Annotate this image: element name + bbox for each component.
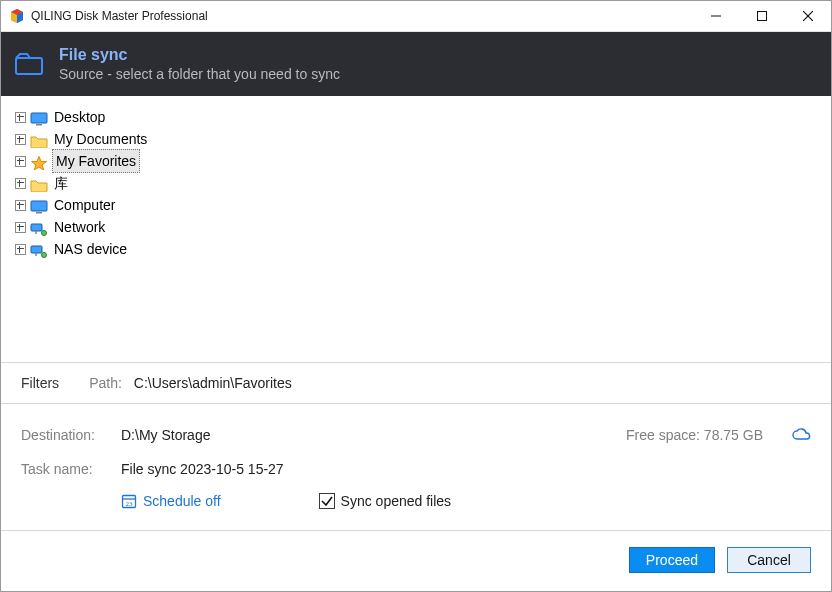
svg-point-15 — [42, 231, 47, 236]
minimize-button[interactable] — [693, 1, 739, 31]
sync-opened-label: Sync opened files — [341, 493, 452, 509]
page-header: File sync Source - select a folder that … — [1, 32, 831, 96]
svg-rect-9 — [31, 113, 47, 123]
svg-rect-13 — [36, 212, 42, 214]
tree-node--[interactable]: 库 — [15, 172, 831, 194]
proceed-button[interactable]: Proceed — [629, 547, 715, 573]
titlebar: QILING Disk Master Professional — [1, 1, 831, 32]
tree-node-label: My Documents — [52, 128, 149, 150]
path-value: C:\Users\admin\Favorites — [134, 375, 292, 391]
network-icon — [30, 220, 48, 234]
expand-icon[interactable] — [15, 200, 26, 211]
monitor-icon — [30, 110, 48, 124]
svg-rect-10 — [36, 124, 42, 126]
tree-node-label: NAS device — [52, 238, 129, 260]
sync-opened-checkbox[interactable] — [319, 493, 335, 509]
expand-icon[interactable] — [15, 112, 26, 123]
expand-icon[interactable] — [15, 178, 26, 189]
page-subtitle: Source - select a folder that you need t… — [59, 65, 340, 83]
folder-icon — [30, 176, 48, 190]
tree-node-label: Network — [52, 216, 107, 238]
cloud-storage-icon[interactable] — [791, 428, 811, 442]
filters-button[interactable]: Filters — [21, 375, 59, 391]
destination-value[interactable]: D:\My Storage — [121, 427, 210, 443]
page-title: File sync — [59, 45, 340, 65]
tree-node-computer[interactable]: Computer — [15, 194, 831, 216]
svg-rect-14 — [31, 224, 42, 231]
folder-icon — [30, 132, 48, 146]
svg-rect-17 — [31, 246, 42, 253]
star-icon — [30, 154, 48, 168]
tree-node-my-favorites[interactable]: My Favorites — [15, 150, 831, 172]
cancel-button[interactable]: Cancel — [727, 547, 811, 573]
titlebar-title: QILING Disk Master Professional — [31, 9, 208, 23]
tree-node-desktop[interactable]: Desktop — [15, 106, 831, 128]
filters-row: Filters Path: C:\Users\admin\Favorites — [1, 362, 831, 404]
tree-node-label: Desktop — [52, 106, 107, 128]
destination-block: Destination: D:\My Storage Free space: 7… — [1, 404, 831, 531]
app-window: QILING Disk Master Professional File syn… — [0, 0, 832, 592]
calendar-icon: 23 — [121, 493, 137, 509]
close-button[interactable] — [785, 1, 831, 31]
folder-tree[interactable]: DesktopMy DocumentsMy Favorites库Computer… — [1, 96, 831, 362]
tree-node-label: My Favorites — [52, 149, 140, 173]
sync-folder-icon — [15, 53, 45, 77]
svg-marker-11 — [32, 157, 47, 171]
destination-label: Destination: — [21, 427, 121, 443]
expand-icon[interactable] — [15, 156, 26, 167]
taskname-value[interactable]: File sync 2023-10-5 15-27 — [121, 461, 284, 477]
svg-text:23: 23 — [126, 500, 134, 508]
expand-icon[interactable] — [15, 244, 26, 255]
monitor-icon — [30, 198, 48, 212]
schedule-button[interactable]: Schedule off — [143, 493, 221, 509]
tree-node-label: 库 — [52, 172, 70, 194]
svg-rect-5 — [758, 12, 767, 21]
svg-rect-8 — [16, 58, 42, 74]
taskname-label: Task name: — [21, 461, 121, 477]
path-label: Path: — [89, 375, 122, 391]
footer: Proceed Cancel — [1, 531, 831, 591]
tree-node-nas-device[interactable]: NAS device — [15, 238, 831, 260]
app-icon — [9, 8, 25, 24]
svg-rect-12 — [31, 201, 47, 211]
maximize-button[interactable] — [739, 1, 785, 31]
freespace-label: Free space: 78.75 GB — [626, 427, 763, 443]
tree-node-my-documents[interactable]: My Documents — [15, 128, 831, 150]
tree-node-network[interactable]: Network — [15, 216, 831, 238]
expand-icon[interactable] — [15, 222, 26, 233]
tree-node-label: Computer — [52, 194, 117, 216]
expand-icon[interactable] — [15, 134, 26, 145]
svg-point-18 — [42, 253, 47, 258]
network-icon — [30, 242, 48, 256]
